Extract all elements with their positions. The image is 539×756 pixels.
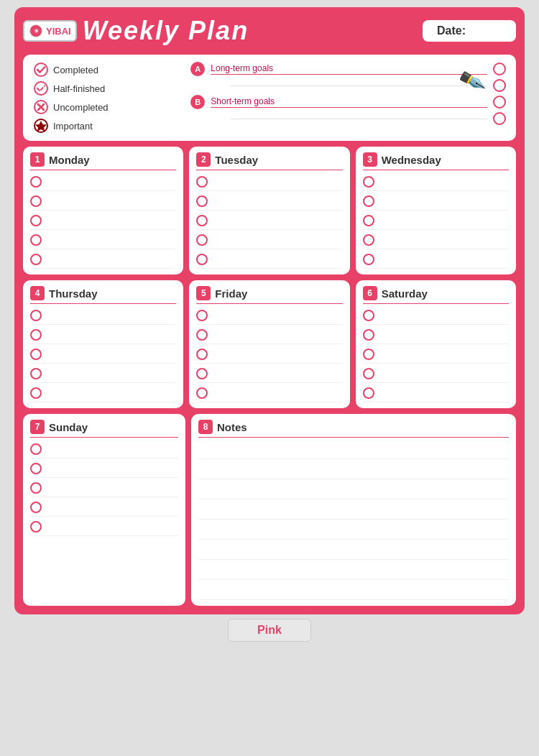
day-header-friday: 5 Friday bbox=[196, 286, 342, 304]
task-circle bbox=[30, 329, 42, 341]
task-circle bbox=[30, 387, 42, 399]
day-name-wednesday: Wednesday bbox=[382, 154, 441, 166]
goal-circle-a1 bbox=[493, 63, 506, 75]
notes-line bbox=[198, 524, 509, 540]
task-row bbox=[196, 310, 342, 325]
task-circle bbox=[30, 482, 42, 494]
task-circle bbox=[196, 368, 208, 379]
goal-circle-a2 bbox=[493, 79, 506, 92]
task-circle bbox=[363, 349, 374, 360]
task-row bbox=[30, 254, 176, 269]
task-row bbox=[196, 368, 342, 383]
task-circle bbox=[30, 349, 42, 360]
task-row bbox=[196, 195, 342, 211]
completed-label: Completed bbox=[53, 65, 98, 75]
task-row bbox=[196, 234, 342, 249]
task-circle bbox=[363, 234, 374, 246]
task-circle bbox=[363, 215, 374, 226]
day-card-thursday: 4 Thursday bbox=[23, 280, 183, 408]
legend-item-important: Important bbox=[33, 118, 190, 134]
day-header-tuesday: 2 Tuesday bbox=[196, 152, 342, 170]
task-row bbox=[363, 234, 509, 249]
day-card-saturday: 6 Saturday bbox=[356, 280, 516, 408]
notes-line bbox=[198, 504, 509, 520]
day-number-6: 6 bbox=[363, 286, 377, 300]
day-card-friday: 5 Friday bbox=[189, 280, 349, 408]
page-wrapper: ☀ YIBAI Weekly Plan Date: bbox=[0, 0, 539, 756]
task-circle bbox=[30, 502, 42, 513]
task-row bbox=[196, 176, 342, 191]
task-row bbox=[30, 195, 176, 211]
day-number-2: 2 bbox=[196, 152, 211, 167]
important-icon bbox=[33, 118, 49, 134]
completed-icon bbox=[33, 62, 49, 78]
task-row bbox=[30, 443, 178, 458]
notes-line bbox=[198, 584, 509, 600]
task-circle bbox=[363, 329, 374, 341]
day-grid-row1: 1 Monday 2 Tuesday bbox=[23, 147, 516, 275]
task-circle bbox=[30, 443, 42, 455]
task-row bbox=[30, 482, 178, 497]
day-number-7: 7 bbox=[30, 420, 45, 434]
task-circle bbox=[30, 176, 42, 188]
goal-circle-b1 bbox=[493, 96, 506, 109]
logo-title: ☀ YIBAI Weekly Plan bbox=[23, 16, 249, 46]
uncompleted-label: Uncompleted bbox=[53, 102, 109, 113]
task-circle bbox=[196, 387, 208, 399]
day-header-saturday: 6 Saturday bbox=[363, 286, 509, 304]
svg-text:☀: ☀ bbox=[34, 28, 39, 34]
day-name-tuesday: Tuesday bbox=[215, 154, 258, 166]
task-row bbox=[30, 521, 178, 536]
goal-row-shortterm-2 bbox=[190, 112, 506, 125]
header: ☀ YIBAI Weekly Plan Date: bbox=[23, 16, 516, 46]
day-name-friday: Friday bbox=[215, 287, 247, 300]
day-number-1: 1 bbox=[30, 152, 45, 167]
goal-row-shortterm: B Short-term goals bbox=[190, 95, 506, 109]
logo-box: ☀ YIBAI bbox=[23, 20, 77, 42]
day-grid-row2: 4 Thursday 5 Friday bbox=[23, 280, 516, 408]
task-circle bbox=[30, 215, 42, 226]
task-row bbox=[363, 176, 509, 191]
task-row bbox=[30, 502, 178, 517]
notes-line bbox=[198, 484, 509, 499]
svg-point-2 bbox=[34, 63, 47, 76]
task-circle bbox=[363, 176, 374, 188]
task-row bbox=[363, 195, 509, 211]
day-number-8: 8 bbox=[198, 420, 213, 434]
task-circle bbox=[196, 215, 208, 226]
goal-text-shortterm: Short-term goals bbox=[211, 96, 487, 108]
notes-line bbox=[198, 564, 509, 580]
task-row bbox=[363, 387, 509, 402]
task-circle bbox=[363, 387, 374, 399]
logo-text: YIBAI bbox=[46, 26, 71, 37]
day-card-monday: 1 Monday bbox=[23, 147, 183, 275]
uncompleted-icon bbox=[33, 99, 49, 115]
task-circle bbox=[196, 176, 208, 188]
date-label: Date: bbox=[437, 24, 466, 37]
half-finished-icon bbox=[33, 80, 49, 96]
svg-point-3 bbox=[34, 82, 47, 95]
day-header-sunday: 7 Sunday bbox=[30, 420, 178, 438]
task-circle bbox=[363, 310, 374, 321]
task-row bbox=[196, 349, 342, 364]
notes-line bbox=[198, 464, 509, 479]
task-circle bbox=[30, 195, 42, 207]
goal-line-b2 bbox=[231, 119, 487, 119]
task-row bbox=[196, 254, 342, 269]
task-circle bbox=[363, 195, 374, 207]
task-row bbox=[196, 387, 342, 402]
day-name-sunday: Sunday bbox=[49, 421, 88, 433]
task-row bbox=[196, 215, 342, 230]
day-header-monday: 1 Monday bbox=[30, 152, 176, 170]
day-name-thursday: Thursday bbox=[49, 287, 98, 300]
day-number-5: 5 bbox=[196, 286, 211, 300]
legend-right: ✒️ A Long-term goals B bbox=[190, 62, 506, 134]
task-circle bbox=[30, 234, 42, 246]
task-circle bbox=[363, 254, 374, 265]
goal-circle-b2 bbox=[493, 112, 506, 125]
task-row bbox=[30, 349, 176, 364]
task-circle bbox=[196, 234, 208, 246]
task-row bbox=[30, 368, 176, 383]
legend-item-completed: Completed bbox=[33, 62, 190, 78]
task-circle bbox=[196, 310, 208, 321]
